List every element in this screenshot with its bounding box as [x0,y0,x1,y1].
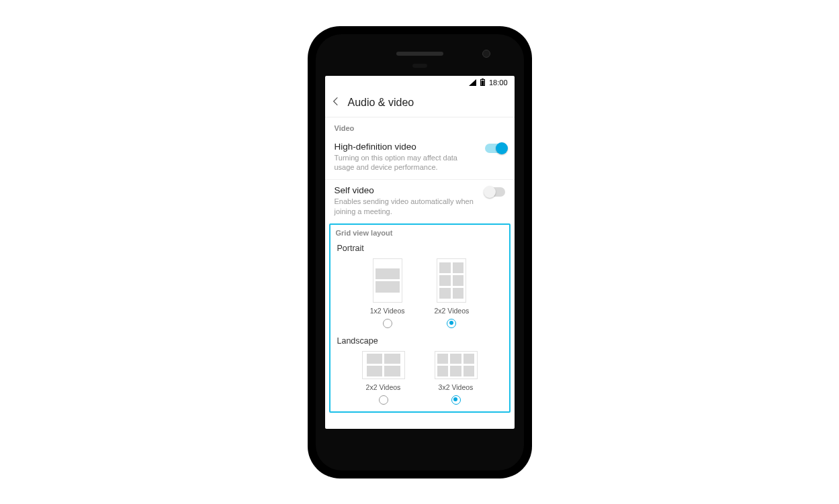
svg-rect-2 [481,81,484,85]
thumb-portrait-1x2 [373,258,402,303]
back-button[interactable] [330,96,341,109]
option-landscape-3x2[interactable]: 3x2 Videos [435,351,478,405]
toggle-knob [484,186,496,198]
option-landscape-2x2[interactable]: 2x2 Videos [362,351,405,405]
portrait-options: 1x2 Videos 2x2 Videos [330,257,509,331]
phone-sensor [412,64,427,68]
radio-landscape-3x2[interactable] [451,395,461,405]
setting-text: High-definition video Turning on this op… [335,142,478,173]
toggle-hd-video[interactable] [485,144,505,153]
setting-title-hd: High-definition video [335,142,478,152]
subheader-portrait: Portrait [330,241,509,257]
setting-sub-hd: Turning on this option may affect data u… [335,153,478,173]
caption-portrait-2x2: 2x2 Videos [435,307,470,315]
section-label-grid: Grid view layout [330,225,509,241]
caption-portrait-1x2: 1x2 Videos [370,307,405,315]
setting-title-self: Self video [335,185,478,195]
toggle-knob [496,142,508,154]
radio-portrait-1x2[interactable] [383,319,392,328]
thumb-portrait-2x2 [437,258,466,303]
app-bar: Audio & video [325,89,515,117]
phone-speaker [396,52,443,56]
phone-bezel: 18:00 Audio & video Video High-definitio… [316,34,524,470]
phone-front-camera [482,50,490,58]
option-portrait-1x2[interactable]: 1x2 Videos [370,258,405,328]
setting-row-hd-video[interactable]: High-definition video Turning on this op… [325,136,515,181]
thumb-landscape-3x2 [435,351,478,379]
status-bar: 18:00 [325,76,515,89]
setting-text: Self video Enables sending video automat… [335,185,478,217]
caption-landscape-3x2: 3x2 Videos [439,383,474,391]
setting-row-self-video[interactable]: Self video Enables sending video automat… [325,180,515,223]
setting-sub-self: Enables sending video automatically when… [335,197,478,217]
chevron-left-icon [330,96,341,107]
option-portrait-2x2[interactable]: 2x2 Videos [435,258,470,328]
radio-portrait-2x2[interactable] [447,319,456,328]
screen: 18:00 Audio & video Video High-definitio… [325,76,515,429]
status-time: 18:00 [489,79,508,87]
battery-icon [480,79,485,86]
landscape-options: 2x2 Videos 3x2 Videos [330,350,509,407]
thumb-landscape-2x2 [362,351,405,379]
subheader-landscape: Landscape [330,334,509,350]
phone-frame: 18:00 Audio & video Video High-definitio… [309,28,531,477]
toggle-self-video[interactable] [485,187,505,197]
grid-view-layout-panel: Grid view layout Portrait 1x2 Videos [329,223,511,413]
section-label-video: Video [325,117,515,136]
stage: 18:00 Audio & video Video High-definitio… [0,0,839,504]
caption-landscape-2x2: 2x2 Videos [366,383,401,391]
page-title: Audio & video [348,97,414,109]
signal-icon [469,79,476,86]
radio-landscape-2x2[interactable] [379,395,388,405]
